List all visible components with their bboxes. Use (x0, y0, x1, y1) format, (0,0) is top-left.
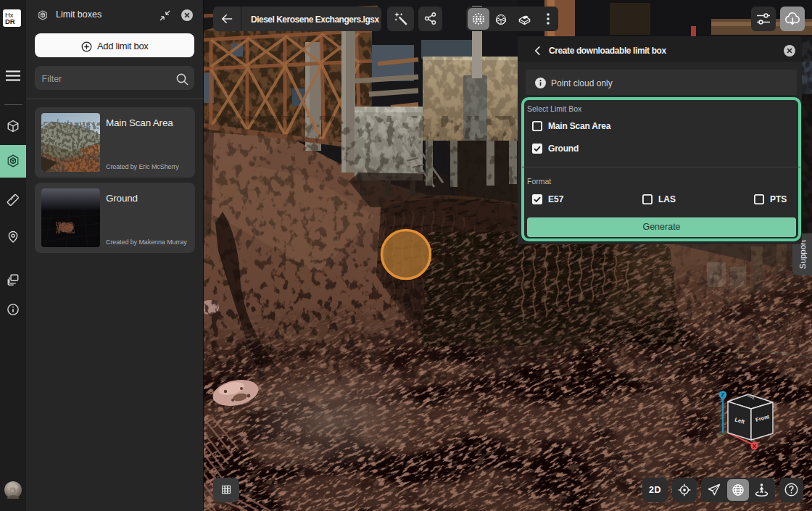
svg-text:X: X (753, 443, 757, 449)
svg-text:Z: Z (721, 391, 725, 398)
